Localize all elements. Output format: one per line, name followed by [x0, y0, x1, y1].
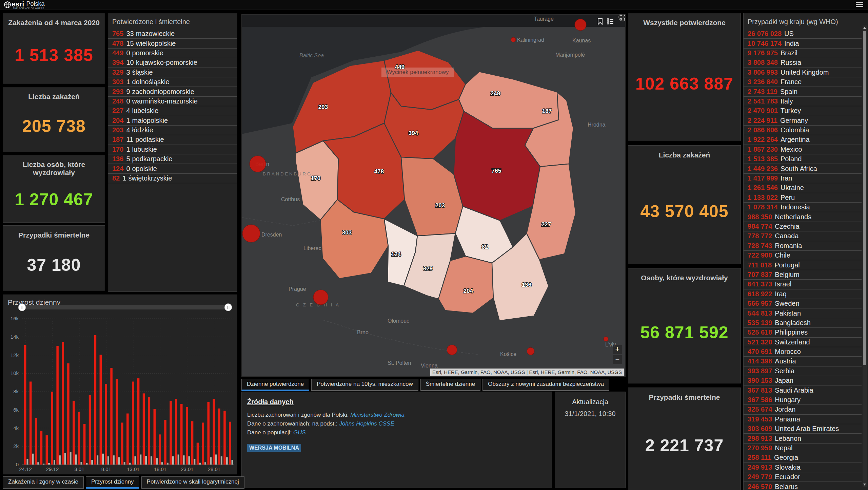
bar-confirmed[interactable]: [73, 401, 75, 465]
time-slider-handle[interactable]: [18, 304, 26, 311]
scroll-down-icon[interactable]: [863, 484, 866, 486]
bar-confirmed[interactable]: [24, 345, 26, 465]
case-circle[interactable]: [575, 19, 586, 31]
bar-confirmed[interactable]: [83, 424, 86, 465]
bar-confirmed[interactable]: [40, 431, 43, 465]
bar-confirmed[interactable]: [223, 411, 226, 465]
source-link[interactable]: GUS: [293, 429, 306, 436]
country-row[interactable]: 249 913 Slovakia: [744, 463, 862, 472]
country-row[interactable]: 249 779 Ecuador: [744, 472, 862, 482]
map-tab[interactable]: Obszary z nowymi zasadami bezpieczeństwa: [482, 379, 609, 391]
map-tab[interactable]: Dzienne potwierdzone: [241, 379, 309, 391]
hamburger-menu-icon[interactable]: [856, 2, 863, 7]
time-slider-handle[interactable]: [224, 304, 232, 311]
bar-deaths[interactable]: [167, 463, 169, 465]
bar-confirmed[interactable]: [229, 422, 231, 465]
country-row[interactable]: 1 261 546 Ukraine: [744, 183, 862, 193]
mobile-version-link[interactable]: WERSJA MOBILNA: [247, 444, 301, 452]
bar-confirmed[interactable]: [180, 404, 183, 465]
country-row[interactable]: 2 743 119 Spain: [744, 87, 862, 96]
bar-confirmed[interactable]: [132, 381, 134, 465]
bar-deaths[interactable]: [129, 463, 131, 465]
voivodeship-row[interactable]: 293 9zachodniopomorskie: [108, 87, 237, 96]
country-row[interactable]: 26 076 028 US: [744, 29, 862, 39]
country-row[interactable]: 1 922 264 Argentina: [744, 135, 862, 145]
country-row[interactable]: 3 236 840 France: [744, 77, 862, 87]
bar-confirmed[interactable]: [62, 342, 64, 465]
bar-deaths[interactable]: [70, 452, 72, 465]
country-row[interactable]: 707 837 Belgium: [744, 270, 862, 280]
voivodeship-row[interactable]: 136 5podkarpackie: [108, 154, 237, 164]
voivodeship-row[interactable]: 203 4łódzkie: [108, 126, 237, 135]
map-tab[interactable]: Potwierdzone na 10tys. mieszkańców: [311, 379, 418, 391]
voivodeship-row[interactable]: 204 1małopolskie: [108, 116, 237, 126]
country-row[interactable]: 325 674 Jordan: [744, 405, 862, 414]
country-row[interactable]: 258 111 Georgia: [744, 453, 862, 463]
bar-confirmed[interactable]: [159, 434, 161, 465]
bar-confirmed[interactable]: [51, 392, 53, 465]
voivodeship-row[interactable]: 82 1świętokrzyskie: [108, 174, 237, 183]
map-tab[interactable]: Śmiertelne dzienne: [420, 379, 481, 391]
bar-deaths[interactable]: [75, 454, 77, 465]
country-row[interactable]: 778 772 Canada: [744, 231, 862, 241]
country-row[interactable]: 984 774 Czechia: [744, 222, 862, 231]
country-row[interactable]: 544 813 Pakistan: [744, 308, 862, 318]
country-row[interactable]: 9 176 975 Brazil: [744, 49, 862, 58]
country-row[interactable]: 298 913 Lebanon: [744, 434, 862, 443]
country-row[interactable]: 414 398 Austria: [744, 357, 862, 366]
country-row[interactable]: 1 417 999 Iran: [744, 174, 862, 183]
bar-deaths[interactable]: [194, 459, 195, 465]
bar-deaths[interactable]: [48, 463, 50, 465]
legend-list-icon[interactable]: [606, 17, 614, 25]
case-circle[interactable]: [604, 337, 608, 341]
country-row[interactable]: 521 320 Switzerland: [744, 338, 862, 347]
bar-deaths[interactable]: [221, 456, 222, 465]
bar-confirmed[interactable]: [116, 379, 118, 465]
bar-confirmed[interactable]: [154, 409, 156, 465]
bar-deaths[interactable]: [113, 455, 115, 465]
bar-confirmed[interactable]: [35, 418, 37, 465]
bar-confirmed[interactable]: [164, 420, 166, 465]
bar-confirmed[interactable]: [89, 395, 91, 465]
bar-deaths[interactable]: [183, 455, 185, 465]
bar-deaths[interactable]: [226, 457, 228, 465]
bar-deaths[interactable]: [161, 462, 163, 465]
bar-confirmed[interactable]: [67, 363, 70, 465]
bar-confirmed[interactable]: [94, 335, 97, 465]
country-row[interactable]: 367 813 Saudi Arabia: [744, 385, 862, 395]
bar-deaths[interactable]: [172, 456, 174, 465]
bar-deaths[interactable]: [118, 457, 120, 465]
map-zoom-in-button[interactable]: +: [613, 345, 622, 354]
country-row[interactable]: 1 449 236 South Africa: [744, 164, 862, 173]
bar-confirmed[interactable]: [137, 378, 140, 465]
bar-deaths[interactable]: [134, 456, 136, 465]
bar-deaths[interactable]: [59, 455, 61, 465]
country-row[interactable]: 246 570 Belarus: [744, 482, 862, 490]
case-circle[interactable]: [447, 345, 457, 355]
country-row[interactable]: 1 513 385 Poland: [744, 154, 862, 164]
bar-confirmed[interactable]: [29, 381, 32, 465]
bar-deaths[interactable]: [178, 454, 179, 465]
source-link[interactable]: Ministerstwo Zdrowia: [350, 412, 405, 418]
chart-tab[interactable]: Przyrost dzienny: [86, 476, 139, 489]
country-row[interactable]: 2 470 901 Turkey: [744, 106, 862, 116]
bar-deaths[interactable]: [97, 455, 98, 465]
country-row[interactable]: 988 350 Netherlands: [744, 212, 862, 222]
bar-deaths[interactable]: [54, 460, 55, 465]
daily-increase-chart[interactable]: 02k4k6k8k10k12k14k16k24.1229.123.018.011…: [3, 295, 237, 474]
bar-deaths[interactable]: [91, 460, 93, 465]
country-row[interactable]: 10 746 174 India: [744, 39, 862, 48]
bar-deaths[interactable]: [86, 463, 87, 465]
bar-deaths[interactable]: [107, 456, 109, 465]
country-row[interactable]: 525 618 Philippines: [744, 328, 862, 337]
country-row[interactable]: 566 957 Sweden: [744, 299, 862, 308]
bar-confirmed[interactable]: [208, 402, 210, 465]
case-circle[interactable]: [250, 156, 266, 172]
bar-confirmed[interactable]: [218, 409, 220, 465]
voivodeship-row[interactable]: 329 3śląskie: [108, 68, 237, 77]
voivodeship-row[interactable]: 170 1lubuskie: [108, 145, 237, 154]
chart-tab[interactable]: Potwierdzone w skali logarytmicznej: [141, 476, 244, 489]
country-row[interactable]: 2 224 911 Germany: [744, 116, 862, 126]
country-row[interactable]: 2 541 783 Italy: [744, 97, 862, 106]
country-row[interactable]: 393 897 Serbia: [744, 366, 862, 376]
